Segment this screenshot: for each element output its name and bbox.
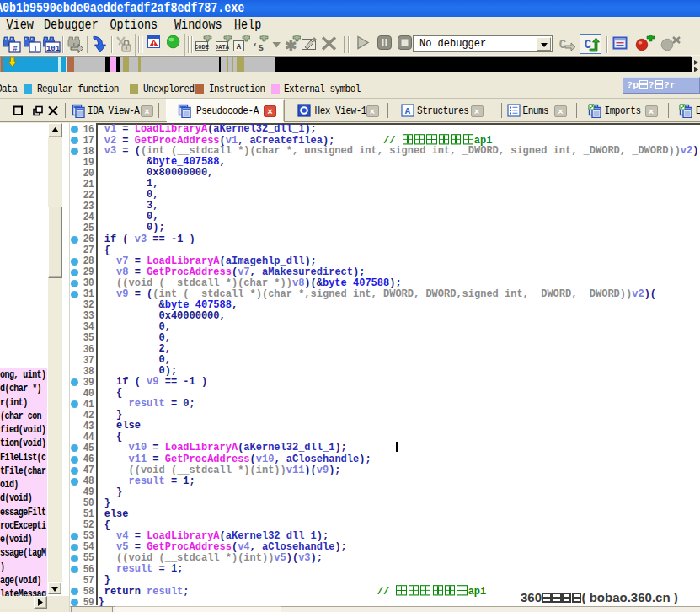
svg-text:101: 101 (45, 45, 60, 53)
svg-text:#: # (13, 45, 18, 53)
svg-text:C: C (559, 38, 567, 51)
svg-text:A: A (404, 106, 410, 116)
svg-text:T: T (33, 45, 38, 53)
svg-text:‘s: ‘s (252, 42, 264, 54)
svg-text:DATA: DATA (216, 44, 230, 51)
svg-text:A: A (237, 43, 242, 51)
svg-text:CODE: CODE (195, 44, 209, 51)
svg-text:✱: ✱ (285, 38, 297, 54)
